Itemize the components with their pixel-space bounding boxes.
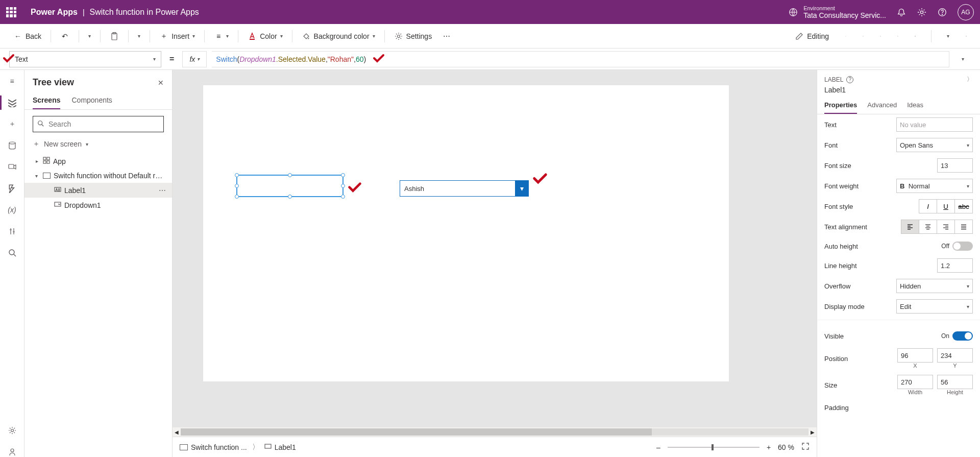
undo-menu[interactable]: ▾ [84,30,95,42]
font-weight-select[interactable]: B Normal▾ [896,179,973,193]
auto-height-toggle[interactable] [952,242,973,251]
tree-item-app[interactable]: ▸ App [24,154,172,169]
undo-button[interactable]: ↶ [56,29,74,44]
hamburger-icon[interactable]: ≡ [7,76,17,86]
resize-handle[interactable] [235,173,239,177]
line-height-input[interactable]: 1.2 [937,258,973,273]
size-height-input[interactable]: 56 [937,375,973,389]
align-button[interactable]: ≡▾ [210,29,233,44]
tools-icon[interactable] [7,226,17,236]
search-rail-icon[interactable] [7,248,17,258]
settings-gear-icon[interactable] [917,7,927,17]
underline-button[interactable]: U [937,199,955,213]
color-button[interactable]: Color ▾ [243,29,286,44]
tab-components[interactable]: Components [71,92,112,109]
display-mode-select[interactable]: Edit▾ [896,299,973,314]
tab-advanced[interactable]: Advanced [867,97,897,114]
position-y-input[interactable]: 234 [937,348,973,363]
power-automate-icon[interactable] [7,183,17,194]
play-icon[interactable] [893,32,902,41]
fx-button[interactable]: fx ▾ [182,51,207,67]
breadcrumb-screen[interactable]: Switch function ... [180,443,247,451]
fit-screen-icon[interactable] [801,442,810,452]
variables-icon[interactable]: (x) [7,205,17,215]
comments-icon[interactable] [876,32,885,41]
control-name[interactable]: Label1 [824,84,973,94]
zoom-thumb[interactable] [712,444,714,450]
publish-icon[interactable] [962,32,971,41]
search-input[interactable] [48,120,159,128]
tab-properties[interactable]: Properties [824,97,857,114]
save-menu[interactable]: ▾ [943,30,953,42]
bgcolor-button[interactable]: Background color ▾ [298,29,379,44]
tree-item-label1[interactable]: Label1 ⋯ [24,183,172,198]
expand-icon[interactable]: ▸ [34,158,40,164]
scroll-left-icon[interactable]: ◀ [175,429,179,435]
collapse-icon[interactable]: ▾ [34,173,40,179]
settings-rail-icon[interactable] [7,425,17,436]
visible-toggle[interactable] [952,331,973,341]
collapse-panel-icon[interactable]: 〉 [967,75,973,84]
back-button[interactable]: ← Back [9,29,45,44]
help-icon[interactable] [937,7,947,17]
paste-button[interactable] [106,29,123,44]
overflow-select[interactable]: Hidden▾ [896,279,973,293]
dropdown-control[interactable]: Ashish ▾ [400,180,529,197]
overflow-button[interactable]: ⋯ [438,29,455,44]
italic-button[interactable]: I [919,199,937,213]
resize-handle[interactable] [288,195,292,199]
environment-picker[interactable]: Environment Tata Consultancy Servic... [788,5,886,19]
app-launcher-icon[interactable] [6,7,16,17]
tab-ideas[interactable]: Ideas [907,97,923,114]
strikethrough-button[interactable]: abc [954,199,973,213]
selected-label-control[interactable] [236,175,344,197]
size-width-input[interactable]: 270 [897,375,933,389]
new-screen-button[interactable]: ＋ New screen ▾ [24,136,172,152]
tree-item-dropdown1[interactable]: Dropdown1 [24,198,172,212]
resize-handle[interactable] [341,173,345,177]
zoom-slider[interactable] [668,447,760,448]
notifications-icon[interactable] [896,7,906,17]
horizontal-scrollbar[interactable]: ◀ ▶ [173,427,817,437]
resize-handle[interactable] [235,184,239,188]
scroll-right-icon[interactable]: ▶ [811,429,815,435]
align-left-button[interactable] [901,220,919,234]
resize-handle[interactable] [341,195,345,199]
data-icon[interactable] [7,140,17,151]
formula-input[interactable]: Switch(Dropdown1.Selected.Value,"Rohan",… [212,51,949,67]
position-x-input[interactable]: 96 [897,348,933,363]
editing-mode-button[interactable]: Editing [791,29,833,44]
align-justify-button[interactable] [954,220,973,234]
virtual-agent-icon[interactable] [7,447,17,457]
expand-formula-button[interactable]: ▾ [954,51,971,67]
zoom-in-button[interactable]: + [767,443,771,451]
insert-rail-icon[interactable]: ＋ [7,119,17,129]
tab-screens[interactable]: Screens [33,92,60,109]
close-icon[interactable]: ✕ [158,79,164,87]
tree-item-screen[interactable]: ▾ Switch function without Default result [24,169,172,183]
insert-button[interactable]: ＋ Insert ▾ [155,29,199,44]
share-icon[interactable] [841,32,850,41]
tree-view-icon[interactable] [7,98,17,108]
checker-icon[interactable] [859,32,868,41]
resize-handle[interactable] [235,195,239,199]
more-icon[interactable]: ⋯ [159,186,166,195]
resize-handle[interactable] [288,173,292,177]
artboard[interactable]: Ashish ▾ [203,85,729,381]
font-size-input[interactable]: 13 [937,158,973,173]
settings-button[interactable]: Settings [390,29,436,44]
scrollbar-thumb[interactable] [181,428,652,436]
property-selector[interactable]: Text ▾ [9,51,161,67]
breadcrumb-label[interactable]: Label1 [264,443,296,451]
align-right-button[interactable] [937,220,955,234]
resize-handle[interactable] [341,184,345,188]
zoom-out-button[interactable]: – [656,443,660,451]
user-avatar[interactable]: AG [958,4,974,20]
tree-search[interactable] [33,116,164,132]
help-icon[interactable]: ? [846,76,853,83]
media-icon[interactable] [7,162,17,172]
font-select[interactable]: Open Sans▾ [896,138,973,152]
save-icon[interactable] [911,32,920,41]
paste-menu[interactable]: ▾ [134,30,144,42]
text-input[interactable]: No value [896,117,973,132]
